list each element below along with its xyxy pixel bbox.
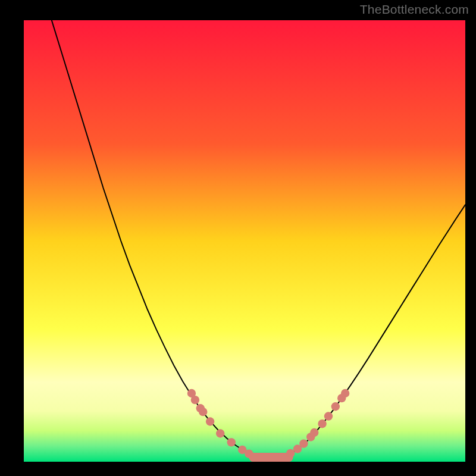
data-point <box>341 389 349 397</box>
bottleneck-curve-chart <box>24 20 465 462</box>
plot-area <box>24 20 465 462</box>
watermark-text: TheBottleneck.com <box>360 2 469 17</box>
data-point <box>206 417 214 425</box>
data-point <box>191 396 199 404</box>
data-point <box>216 429 224 437</box>
data-point <box>299 439 308 447</box>
data-point <box>331 402 340 411</box>
data-point <box>245 449 253 458</box>
data-point <box>199 408 207 416</box>
gradient-background <box>24 20 465 462</box>
data-point <box>318 419 326 428</box>
data-point <box>310 428 318 437</box>
data-point <box>324 412 333 420</box>
data-point <box>227 438 236 446</box>
data-point <box>286 449 295 458</box>
chart-frame: TheBottleneck.com <box>0 0 476 476</box>
